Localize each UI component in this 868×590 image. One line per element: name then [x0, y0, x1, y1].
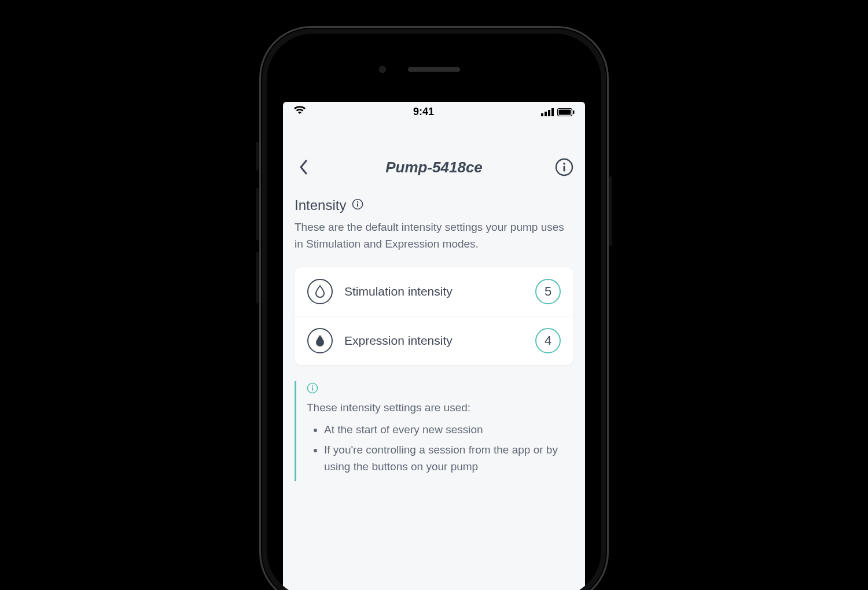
info-list: At the start of every new session If you…	[307, 421, 573, 475]
svg-rect-15	[312, 388, 313, 391]
info-button[interactable]	[551, 154, 577, 180]
section-info-button[interactable]	[352, 198, 363, 212]
stimulation-value: 5	[535, 279, 561, 304]
phone-mockup: 9:41	[259, 26, 609, 590]
info-icon	[307, 382, 318, 394]
row-label: Expression intensity	[344, 334, 524, 348]
svg-rect-9	[564, 166, 565, 172]
info-lead: These intensity settings are used:	[307, 400, 573, 416]
screen: 9:41	[283, 102, 585, 590]
chevron-left-icon	[299, 159, 309, 175]
svg-rect-2	[548, 110, 550, 116]
svg-rect-5	[559, 109, 571, 115]
phone-bezel: 9:41	[267, 34, 601, 590]
info-bullet: At the start of every new session	[324, 421, 573, 438]
content: Intensity These are the default intensit…	[283, 191, 585, 481]
info-icon	[352, 198, 363, 210]
drop-filled-icon	[307, 328, 333, 353]
wifi-icon	[293, 106, 306, 118]
info-icon	[555, 158, 573, 176]
svg-point-11	[357, 201, 358, 202]
expression-intensity-row[interactable]: Expression intensity 4	[295, 316, 573, 365]
earpiece	[408, 67, 460, 72]
section-description: These are the default intensity settings…	[295, 219, 573, 252]
info-block: These intensity settings are used: At th…	[295, 381, 573, 481]
svg-rect-12	[357, 204, 358, 207]
svg-rect-1	[545, 112, 547, 116]
svg-rect-0	[541, 113, 543, 116]
battery-icon	[557, 108, 575, 116]
info-bullet: If you're controlling a session from the…	[324, 441, 573, 475]
expression-value: 4	[535, 328, 561, 353]
phone-frame: 9:41	[259, 26, 609, 590]
stimulation-intensity-row[interactable]: Stimulation intensity 5	[295, 267, 573, 316]
status-time: 9:41	[413, 106, 434, 118]
status-bar: 9:41	[283, 102, 585, 122]
page-title: Pump-5418ce	[385, 158, 483, 176]
drop-outline-icon	[307, 279, 333, 304]
section-title: Intensity	[295, 197, 346, 213]
row-label: Stimulation intensity	[344, 285, 524, 298]
svg-point-14	[312, 385, 313, 386]
nav-header: Pump-5418ce	[283, 122, 585, 191]
svg-point-8	[563, 163, 565, 165]
back-button[interactable]	[291, 154, 317, 180]
side-button	[609, 176, 612, 246]
svg-rect-3	[551, 108, 554, 116]
cellular-signal-icon	[541, 108, 554, 116]
svg-rect-6	[573, 110, 575, 114]
intensity-card: Stimulation intensity 5 Expression inten…	[295, 267, 573, 365]
front-camera	[379, 66, 386, 73]
